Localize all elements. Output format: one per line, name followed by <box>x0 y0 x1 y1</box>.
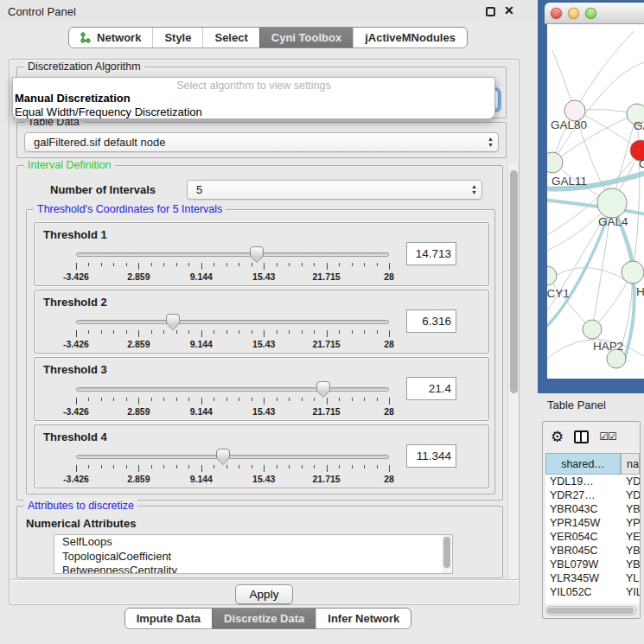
tab-infer-network[interactable]: Infer Network <box>316 609 411 628</box>
slider-tick-labels: -3.4262.8599.14415.4321.71528 <box>76 474 389 484</box>
thresholds-group: Threshold's Coordinates for 5 Intervals … <box>26 209 495 494</box>
threshold-slider[interactable]: -3.4262.8599.14415.4321.71528 <box>76 380 389 418</box>
threshold-value-field[interactable]: 6.316 <box>406 309 456 333</box>
zoom-traffic-light[interactable] <box>585 8 596 19</box>
threshold-value-field[interactable]: 11.344 <box>406 444 456 468</box>
node-label: GAL4 <box>598 215 628 228</box>
slider-track[interactable] <box>76 455 389 459</box>
attribute-list-item[interactable]: SelfLoops <box>54 535 452 550</box>
table-data-group: Table Data galFiltered.sif default node … <box>16 122 507 158</box>
table-cell: YDL19… <box>545 475 621 488</box>
table-row[interactable]: YDL19…YDL1 <box>545 475 640 488</box>
tab-discretize-data[interactable]: Discretize Data <box>212 609 316 628</box>
slider-tick-labels: -3.4262.8599.14415.4321.71528 <box>76 339 389 349</box>
column-header[interactable]: na <box>621 453 640 475</box>
cyni-toolbox-content: Discretization Algorithm ▲▼ Select algor… <box>9 59 520 605</box>
threshold-label: Threshold 1 <box>43 228 107 241</box>
slider-thumb[interactable] <box>216 449 230 465</box>
node-label: GA <box>634 119 644 132</box>
network-icon <box>80 32 92 43</box>
node-label: GCY1 <box>547 287 570 300</box>
attribute-list-item[interactable]: TopologicalCoefficient <box>54 550 452 564</box>
table-row[interactable]: YER054CYER0 <box>545 530 640 544</box>
network-window-titlebar[interactable] <box>545 3 644 24</box>
threshold-slider[interactable]: -3.4262.8599.14415.4321.71528 <box>76 313 389 351</box>
float-window-icon[interactable] <box>486 7 495 16</box>
table-row[interactable]: YIL052CYIL0 <box>545 585 640 599</box>
group-title: Interval Definition <box>24 159 115 171</box>
tab-select[interactable]: Select <box>202 28 258 48</box>
network-node[interactable] <box>622 261 644 284</box>
algorithm-dropdown-popup: Select algorithm to view settings Manual… <box>12 77 495 119</box>
slider-thumb[interactable] <box>250 246 264 263</box>
num-intervals-label: Number of Intervals <box>50 183 156 196</box>
group-title: Attributes to discretize <box>24 500 137 512</box>
table-row[interactable]: YDR27…YDR2 <box>545 488 640 502</box>
threshold-value-field[interactable]: 14.713 <box>406 242 456 265</box>
threshold-slider[interactable]: -3.4262.8599.14415.4321.71528 <box>76 448 389 486</box>
tab-impute-data[interactable]: Impute Data <box>125 609 212 628</box>
tab-label: Cyni Toolbox <box>271 31 341 44</box>
slider-track[interactable] <box>76 387 389 392</box>
table-cell: YPR145W <box>545 516 621 530</box>
close-traffic-light[interactable] <box>551 8 562 19</box>
threshold-slider[interactable]: -3.4262.8599.14415.4321.71528 <box>76 245 389 284</box>
table-cell: YLR3 <box>621 571 640 585</box>
table-row[interactable]: YBR043CYBR0 <box>545 502 640 516</box>
node-label: GAL11 <box>552 175 587 188</box>
table-panel-title: Table Panel <box>547 399 606 411</box>
tab-network[interactable]: Network <box>69 28 152 48</box>
tab-label: Network <box>97 31 141 44</box>
threshold-value-field[interactable]: 21.4 <box>406 377 456 400</box>
numerical-attributes-list[interactable]: SelfLoopsTopologicalCoefficientBetweenne… <box>54 534 453 574</box>
table-row[interactable]: YPR145WYPR1 <box>545 516 640 530</box>
slider-track[interactable] <box>76 252 389 257</box>
tab-cyni-toolbox[interactable]: Cyni Toolbox <box>259 28 353 48</box>
column-header[interactable]: shared… <box>545 453 621 475</box>
network-edge[interactable] <box>547 200 644 214</box>
table-cell: YIL052C <box>545 585 621 599</box>
attribute-list-item[interactable]: BetweennessCentrality <box>54 564 452 574</box>
dropdown-option[interactable]: Manual Discretization <box>13 92 494 105</box>
table-cell: YBR0 <box>621 502 640 516</box>
network-edge[interactable] <box>547 276 592 329</box>
combobox-value: 5 <box>196 183 202 196</box>
apply-button[interactable]: Apply <box>235 584 294 604</box>
num-intervals-combobox[interactable]: 5 ▲▼ <box>187 180 482 200</box>
interval-definition-group: Interval Definition Number of Intervals … <box>16 165 503 501</box>
table-data-combobox[interactable]: galFiltered.sif default node ▲▼ <box>24 132 499 152</box>
table-horizontal-scrollbar[interactable] <box>545 606 637 615</box>
dropdown-option[interactable]: Equal Width/Frequency Discretization <box>13 105 494 119</box>
network-node[interactable] <box>583 320 602 339</box>
table-row[interactable]: YBL079WYBL0 <box>545 558 640 571</box>
threshold-label: Threshold 4 <box>43 430 107 443</box>
control-panel: Control Panel ✕ NetworkStyleSelectCyni T… <box>0 0 536 644</box>
threshold-panel: Threshold 2-3.4262.8599.14415.4321.71528… <box>34 290 489 354</box>
split-columns-icon[interactable] <box>574 430 589 443</box>
network-node[interactable] <box>597 188 627 218</box>
table-row[interactable]: YBR045CYBR0 <box>545 544 640 558</box>
tab-style[interactable]: Style <box>152 28 202 48</box>
tab-label: Impute Data <box>137 612 201 625</box>
slider-thumb[interactable] <box>166 314 180 330</box>
cyni-mode-tabs: Impute DataDiscretize DataInfer Network <box>124 608 412 629</box>
settings-gear-icon[interactable]: ⚙ <box>551 428 564 446</box>
slider-track[interactable] <box>76 320 389 324</box>
attributes-list-scrollbar[interactable] <box>442 535 451 573</box>
close-icon[interactable]: ✕ <box>504 3 514 17</box>
network-node[interactable] <box>547 266 557 285</box>
threshold-panel: Threshold 4-3.4262.8599.14415.4321.71528… <box>34 424 489 488</box>
network-edge[interactable] <box>575 31 634 111</box>
group-title: Discretization Algorithm <box>24 61 144 73</box>
tab-jactivemnodules[interactable]: jActiveMNodules <box>353 28 467 48</box>
minimize-traffic-light[interactable] <box>568 8 579 19</box>
network-canvas[interactable]: GAL80GAGGAL11GAL4GCY1HHAP2 <box>547 24 644 379</box>
select-columns-icon[interactable]: ☑☑ <box>599 430 616 443</box>
network-edge[interactable] <box>633 114 640 272</box>
slider-thumb[interactable] <box>316 381 330 398</box>
content-vertical-scrollbar[interactable] <box>507 163 519 580</box>
table-row[interactable]: YLR345WYLR3 <box>545 571 640 585</box>
attributes-group: Attributes to discretize Numerical Attri… <box>16 506 503 578</box>
tab-label: jActiveMNodules <box>365 31 456 44</box>
tab-label: Select <box>214 31 247 44</box>
